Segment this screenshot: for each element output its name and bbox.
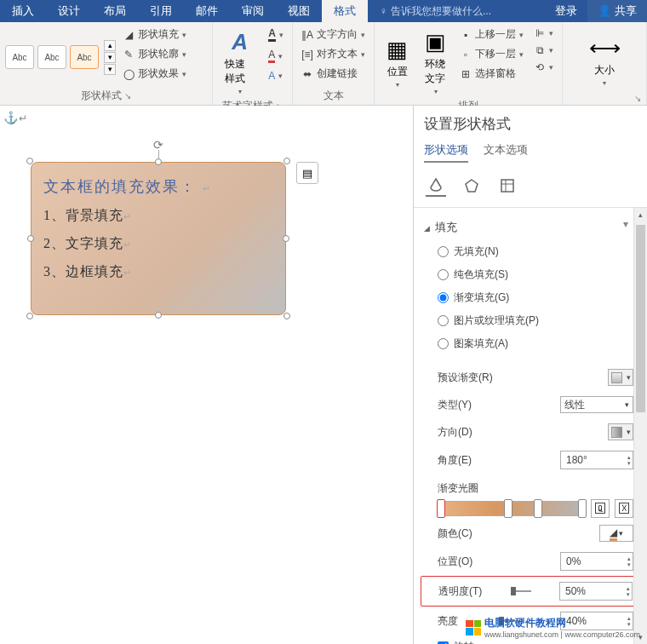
handle-tr[interactable] [283, 158, 290, 164]
layout-category-icon[interactable] [497, 176, 518, 197]
shape-outline-button[interactable]: ✎形状轮廓▾ [119, 45, 190, 63]
shape-style-gallery[interactable]: Abc Abc Abc ▴▾▾ [5, 26, 116, 89]
handle-l[interactable] [27, 235, 34, 242]
text-fill-button[interactable]: A▾ [265, 26, 287, 43]
textbox[interactable]: 文本框的填充效果： ↵ 1、背景填充↵ 2、文字填充↵ 3、边框填充↵ [31, 162, 286, 315]
fill-line-icon[interactable] [426, 176, 446, 197]
textbox-selection[interactable]: ⟳ 文本框的填充效果： ↵ 1、背景填充↵ 2、文字填充↵ 3、边框填充↵ [31, 162, 286, 315]
quick-styles-button[interactable]: A 快速样式 ▾ [218, 26, 261, 99]
link-icon: ⬌ [301, 68, 313, 80]
align-objects-icon: ⊫ [534, 27, 546, 39]
send-backward-button[interactable]: ▫下移一层▾ [456, 45, 527, 63]
group-shape-styles: 形状样式 ↘ [5, 89, 207, 103]
ribbon-body: Abc Abc Abc ▴▾▾ ◢形状填充▾ ✎形状轮廓▾ ◯形状效果▾ 形状样… [0, 22, 647, 106]
selection-pane-button[interactable]: ⊞选择窗格 [456, 65, 527, 83]
watermark: 电脑软硬件教程网 www.liangshunet.com | www.compu… [466, 616, 640, 639]
tab-format[interactable]: 格式 [322, 0, 368, 22]
format-shape-pane: ▾ ✕ 设置形状格式 形状选项 文本选项 填充 无填充(N) 纯色填充(S) 渐… [413, 106, 647, 644]
style-thumb-1[interactable]: Abc [5, 45, 34, 69]
transparency-slider[interactable] [511, 590, 531, 592]
anchor-icon: ⚓ [3, 111, 18, 124]
login-button[interactable]: 登录 [545, 0, 587, 22]
watermark-text: 电脑软硬件教程网 [484, 616, 640, 630]
bring-forward-label: 上移一层 [475, 27, 516, 42]
shape-fill-button[interactable]: ◢形状填充▾ [119, 26, 190, 43]
gallery-arrows[interactable]: ▴▾▾ [104, 40, 116, 75]
bring-forward-button[interactable]: ▪上移一层▾ [456, 26, 527, 43]
handle-t[interactable] [155, 158, 162, 165]
transparency-value: 50% [565, 585, 586, 597]
pane-tab-text[interactable]: 文本选项 [484, 142, 528, 163]
radio-picture-fill[interactable]: 图片或纹理填充(P) [421, 309, 637, 332]
fill-section-header[interactable]: 填充 [421, 215, 637, 240]
tab-reference[interactable]: 引用 [138, 0, 184, 22]
create-link-button[interactable]: ⬌创建链接 [298, 65, 369, 83]
pane-scrollbar[interactable]: ▴▾ [633, 208, 647, 644]
gradient-stops-track[interactable] [438, 501, 586, 516]
tab-review[interactable]: 审阅 [230, 0, 276, 22]
pane-tab-shape[interactable]: 形状选项 [424, 142, 468, 163]
radio-no-fill[interactable]: 无填充(N) [421, 240, 637, 263]
effects-category-icon[interactable] [461, 176, 482, 197]
handle-tl[interactable] [26, 158, 33, 164]
radio-gradient-fill[interactable]: 渐变填充(G) [421, 286, 637, 309]
handle-r[interactable] [283, 235, 289, 242]
create-link-label: 创建链接 [317, 66, 358, 81]
remove-stop-button[interactable]: 🅇 [615, 499, 633, 518]
rotate-icon: ⟲ [534, 61, 546, 73]
wrap-text-button[interactable]: ▣环绕文字▾ [418, 26, 453, 99]
position-label: 位置 [387, 65, 408, 79]
tab-design[interactable]: 设计 [46, 0, 92, 22]
shape-effects-button[interactable]: ◯形状效果▾ [119, 65, 190, 83]
share-button[interactable]: 👤 共享 [587, 0, 647, 22]
gradient-stop-1[interactable] [437, 499, 445, 518]
transparency-spinner[interactable]: 50%▴▾ [559, 582, 633, 601]
size-button[interactable]: ⟷大小▾ [582, 26, 627, 95]
handle-b[interactable] [155, 312, 162, 319]
align-text-button[interactable]: [≡]对齐文本▾ [298, 45, 369, 63]
gradient-stop-3[interactable] [534, 499, 542, 518]
gradient-label: 渐变填充(G) [454, 290, 509, 305]
size-icon: ⟷ [589, 35, 621, 61]
tab-insert[interactable]: 插入 [0, 0, 46, 22]
bucket-icon: ◢ [610, 526, 617, 541]
tab-layout[interactable]: 布局 [92, 0, 138, 22]
launcher-icon[interactable]: ↘ [124, 91, 131, 101]
rotate-objects-button[interactable]: ⟲▾ [530, 60, 557, 75]
angle-label: 角度(E) [438, 453, 472, 468]
text-outline-button[interactable]: A▾ [265, 47, 287, 65]
angle-spinner[interactable]: 180°▴▾ [560, 451, 633, 469]
document-canvas[interactable]: ⚓ ↵ ⟳ 文本框的填充效果： ↵ 1、背景填充↵ 2、文字填充↵ 3、边框填充… [0, 106, 413, 644]
gradient-type-dropdown[interactable]: 线性▾ [560, 396, 633, 413]
text-effects-button[interactable]: A▾ [265, 68, 287, 83]
layout-options-button[interactable]: ▤ [296, 162, 318, 184]
position-button[interactable]: ▦位置▾ [380, 26, 415, 99]
svg-marker-0 [466, 180, 478, 192]
tab-view[interactable]: 视图 [276, 0, 322, 22]
style-thumb-2[interactable]: Abc [37, 45, 66, 69]
gradient-stop-4[interactable] [578, 499, 587, 518]
position-value: 0% [566, 555, 581, 567]
radio-solid-fill[interactable]: 纯色填充(S) [421, 263, 637, 286]
align-objects-button[interactable]: ⊫▾ [530, 26, 557, 41]
bucket-icon: ◢ [123, 29, 135, 41]
add-stop-button[interactable]: 🅀 [591, 499, 610, 518]
text-direction-button[interactable]: ‖A文字方向▾ [298, 26, 369, 43]
stop-color-dropdown[interactable]: ◢▾ [599, 525, 633, 542]
gradient-stop-2[interactable] [504, 499, 512, 518]
quick-styles-label: 快速样式 [225, 57, 255, 86]
tab-mail[interactable]: 邮件 [184, 0, 230, 22]
handle-bl[interactable] [26, 313, 33, 319]
radio-pattern-fill[interactable]: 图案填充(A) [421, 332, 637, 355]
align-icon: [≡] [301, 49, 313, 60]
group-objects-button[interactable]: ⧉▾ [530, 43, 557, 58]
preset-gradient-dropdown[interactable] [608, 369, 633, 386]
brightness-label: 亮度 [438, 614, 458, 629]
direction-dropdown[interactable] [608, 423, 633, 440]
textbox-line-2: 2、文字填充 [43, 236, 123, 250]
size-launcher[interactable]: ↘ [568, 94, 641, 103]
position-spinner[interactable]: 0%▴▾ [560, 552, 633, 571]
handle-br[interactable] [283, 313, 290, 319]
style-thumb-3[interactable]: Abc [70, 45, 99, 69]
tell-me-box[interactable]: ♀ 告诉我您想要做什么... [368, 0, 545, 22]
